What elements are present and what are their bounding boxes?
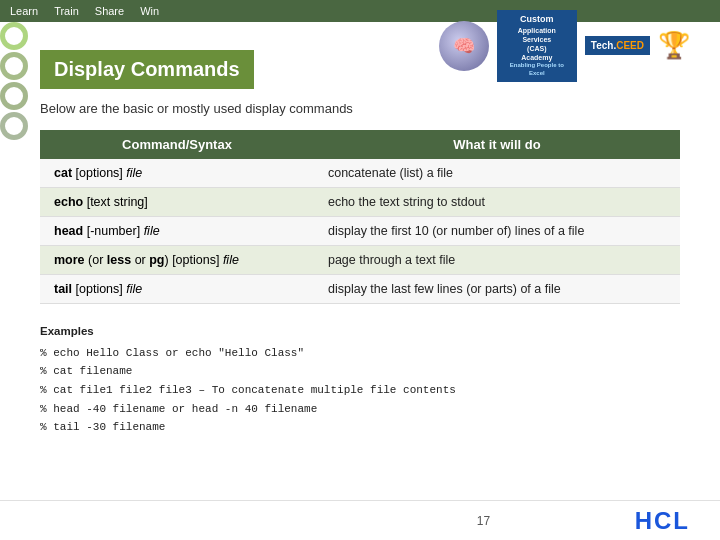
- nav-train[interactable]: Train: [54, 5, 79, 17]
- command-cell: more (or less or pg) [options] file: [40, 246, 314, 275]
- example-line: % cat filename: [40, 362, 680, 381]
- footer: 17 HCL: [0, 500, 720, 540]
- example-line: % echo Hello Class or echo "Hello Class": [40, 344, 680, 363]
- description-cell: concatenate (list) a file: [314, 159, 680, 188]
- page-subtitle: Below are the basic or mostly used displ…: [40, 101, 680, 116]
- table-row: head [-number] filedisplay the first 10 …: [40, 217, 680, 246]
- col-command-header: Command/Syntax: [40, 130, 314, 159]
- main-content: Display Commands Below are the basic or …: [0, 22, 720, 447]
- example-line: % cat file1 file2 file3 – To concatenate…: [40, 381, 680, 400]
- description-cell: display the first 10 (or number of) line…: [314, 217, 680, 246]
- nav-share[interactable]: Share: [95, 5, 124, 17]
- example-line: % tail -30 filename: [40, 418, 680, 437]
- page-number: 17: [332, 514, 634, 528]
- command-cell: cat [options] file: [40, 159, 314, 188]
- table-row: tail [options] filedisplay the last few …: [40, 275, 680, 304]
- command-cell: tail [options] file: [40, 275, 314, 304]
- command-cell: echo [text string]: [40, 188, 314, 217]
- table-row: more (or less or pg) [options] filepage …: [40, 246, 680, 275]
- examples-section: Examples % echo Hello Class or echo "Hel…: [40, 322, 680, 437]
- table-body: cat [options] fileconcatenate (list) a f…: [40, 159, 680, 304]
- nav-win[interactable]: Win: [140, 5, 159, 17]
- description-cell: page through a text file: [314, 246, 680, 275]
- hcl-logo: HCL: [635, 507, 690, 535]
- nav-learn[interactable]: Learn: [10, 5, 38, 17]
- command-cell: head [-number] file: [40, 217, 314, 246]
- table-row: cat [options] fileconcatenate (list) a f…: [40, 159, 680, 188]
- page-title: Display Commands: [40, 50, 254, 89]
- col-description-header: What it will do: [314, 130, 680, 159]
- description-cell: echo the text string to stdout: [314, 188, 680, 217]
- description-cell: display the last few lines (or parts) of…: [314, 275, 680, 304]
- examples-title: Examples: [40, 322, 680, 342]
- example-line: % head -40 filename or head -n 40 filena…: [40, 400, 680, 419]
- examples-lines: % echo Hello Class or echo "Hello Class"…: [40, 344, 680, 437]
- table-row: echo [text string]echo the text string t…: [40, 188, 680, 217]
- commands-table: Command/Syntax What it will do cat [opti…: [40, 130, 680, 304]
